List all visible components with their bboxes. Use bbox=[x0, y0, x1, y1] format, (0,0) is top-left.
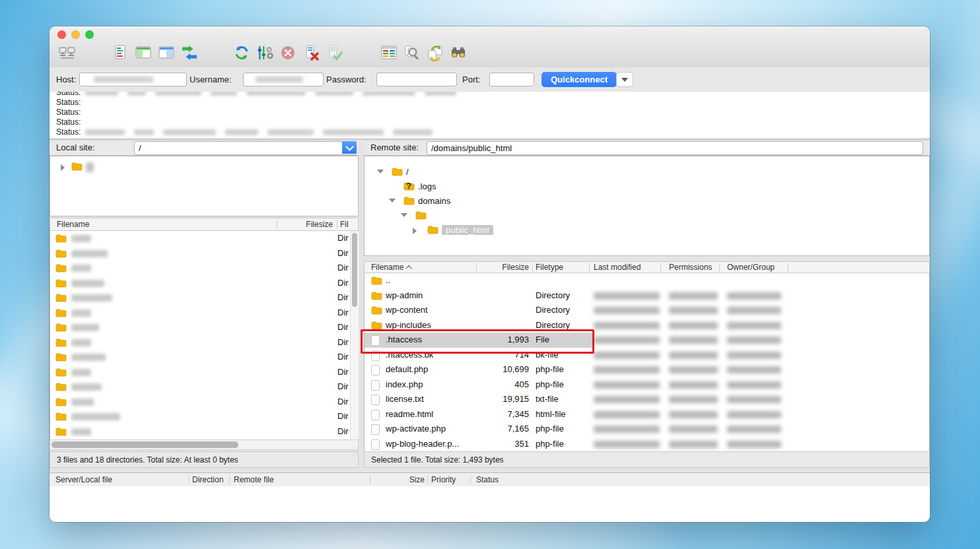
local-horizontal-scrollbar[interactable] bbox=[50, 439, 359, 450]
column-header-last-modified[interactable]: Last modified bbox=[594, 263, 641, 272]
file-row--[interactable]: .. bbox=[365, 273, 929, 288]
expander-icon[interactable] bbox=[401, 213, 407, 217]
filetype-cell: Directory bbox=[536, 320, 570, 330]
column-divider[interactable] bbox=[427, 475, 428, 484]
file-row-wp-admin[interactable]: wp-adminDirectory bbox=[365, 288, 929, 304]
column-header-filetype[interactable]: Filetype bbox=[536, 263, 563, 272]
column-header-permissions[interactable]: Permissions bbox=[669, 263, 712, 272]
toolbar-find-files-button[interactable] bbox=[449, 44, 467, 61]
file-row[interactable]: Dir bbox=[50, 365, 358, 380]
filetype-cell: Dir bbox=[337, 292, 349, 302]
column-divider[interactable] bbox=[660, 263, 661, 272]
expander-icon[interactable] bbox=[61, 164, 65, 171]
scrollbar-thumb[interactable] bbox=[52, 441, 238, 448]
file-row[interactable]: Dir bbox=[50, 424, 358, 439]
file-row[interactable]: Dir bbox=[50, 231, 358, 246]
column-divider[interactable] bbox=[470, 475, 471, 484]
scrollbar-thumb[interactable] bbox=[352, 233, 357, 307]
column-divider[interactable] bbox=[589, 263, 590, 272]
file-row-wp-activate-php[interactable]: wp-activate.php7,165php-file bbox=[365, 422, 929, 437]
file-row-index-php[interactable]: index.php405php-file bbox=[365, 377, 929, 393]
column-divider[interactable] bbox=[337, 220, 337, 229]
quickconnect-dropdown-button[interactable] bbox=[616, 72, 633, 87]
file-row[interactable]: Dir bbox=[50, 306, 358, 321]
combo-dropdown-button[interactable] bbox=[342, 141, 357, 154]
minimize-window-button[interactable] bbox=[71, 30, 80, 39]
file-row[interactable]: Dir bbox=[50, 261, 358, 276]
file-row--htaccess-bk[interactable]: .htaccess.bk714bk-file bbox=[365, 348, 929, 363]
column-divider[interactable] bbox=[532, 263, 533, 272]
toolbar-toggle-transfer-queue-button[interactable] bbox=[180, 44, 198, 61]
column-divider[interactable] bbox=[277, 220, 277, 229]
column-header-filename[interactable]: Filename bbox=[371, 263, 412, 272]
toolbar-toggle-message-log-button[interactable] bbox=[111, 44, 129, 61]
column-header-status[interactable]: Status bbox=[476, 475, 499, 484]
expander-icon[interactable] bbox=[413, 228, 417, 234]
local-vertical-scrollbar[interactable] bbox=[350, 231, 359, 439]
quickconnect-button[interactable]: Quickconnect bbox=[542, 72, 617, 87]
toolbar-synchronized-browsing-button[interactable] bbox=[426, 44, 444, 61]
toolbar-group bbox=[232, 44, 343, 61]
column-divider[interactable] bbox=[719, 263, 720, 272]
column-header-filesize[interactable]: Filesize bbox=[281, 220, 333, 229]
file-row-license-txt[interactable]: license.txt19,915txt-file bbox=[365, 392, 929, 407]
column-header-direction[interactable]: Direction bbox=[192, 475, 223, 484]
column-divider[interactable] bbox=[370, 475, 370, 484]
column-header-owner-group[interactable]: Owner/Group bbox=[727, 263, 775, 272]
column-header-filetype[interactable]: Fil bbox=[340, 220, 349, 229]
zoom-window-button[interactable] bbox=[85, 30, 94, 39]
close-window-button[interactable] bbox=[57, 30, 66, 39]
file-row[interactable]: Dir bbox=[50, 246, 358, 261]
tree-item-.logs[interactable]: ?.logs bbox=[365, 180, 929, 193]
toolbar-cancel-operation-button[interactable] bbox=[279, 44, 297, 61]
file-row--htaccess[interactable]: .htaccess1,993File bbox=[365, 333, 929, 348]
file-row[interactable]: Dir bbox=[50, 335, 358, 350]
tree-item-/[interactable]: / bbox=[365, 166, 929, 179]
column-divider[interactable] bbox=[188, 475, 189, 484]
log-line: Status: bbox=[50, 108, 930, 117]
quickconnect-bar: Host: Username: Password: Port: Quickcon… bbox=[50, 67, 930, 92]
file-row[interactable]: Dir bbox=[50, 350, 358, 365]
column-divider[interactable] bbox=[476, 263, 477, 272]
tree-item-public_html[interactable]: public_html bbox=[365, 224, 929, 237]
file-row-readme-html[interactable]: readme.html7,345html-file bbox=[365, 407, 929, 422]
toolbar-file-search-button[interactable] bbox=[403, 44, 421, 61]
column-header-filename[interactable]: Filename bbox=[57, 220, 89, 229]
filename-cell: default.php bbox=[386, 364, 428, 374]
toolbar-reconnect-button[interactable] bbox=[325, 44, 343, 61]
column-header-filesize[interactable]: Filesize bbox=[480, 263, 529, 272]
password-input[interactable] bbox=[376, 73, 457, 86]
toolbar-disconnect-button[interactable] bbox=[302, 44, 320, 61]
port-input[interactable] bbox=[489, 73, 534, 86]
toolbar-site-manager-button[interactable] bbox=[58, 44, 76, 61]
file-row-wp-content[interactable]: wp-contentDirectory bbox=[365, 303, 929, 318]
toolbar-refresh-button[interactable] bbox=[232, 44, 250, 61]
expander-icon[interactable] bbox=[389, 199, 396, 203]
file-row[interactable]: Dir bbox=[50, 379, 358, 395]
toolbar-filter-settings-button[interactable] bbox=[256, 44, 273, 61]
file-row-default-php[interactable]: default.php10,699php-file bbox=[365, 362, 929, 377]
toolbar-toggle-local-tree-button[interactable] bbox=[134, 44, 152, 61]
file-row[interactable]: Dir bbox=[50, 395, 358, 410]
tree-item-domains[interactable]: domains bbox=[365, 195, 929, 208]
file-row[interactable]: Dir bbox=[50, 320, 358, 335]
toolbar-directory-comparison-button[interactable] bbox=[380, 44, 398, 61]
column-header-server-local-file[interactable]: Server/Local file bbox=[55, 475, 112, 484]
file-row[interactable]: Dir bbox=[50, 409, 358, 424]
column-header-remote-file[interactable]: Remote file bbox=[234, 475, 274, 484]
tree-item[interactable] bbox=[50, 160, 358, 174]
file-row-wp-blog-header-p-[interactable]: wp-blog-header.p...351php-file bbox=[365, 437, 929, 452]
file-row[interactable]: Dir bbox=[50, 290, 358, 306]
remote-site-combo[interactable]: /domains/public_html bbox=[427, 141, 923, 155]
file-row-wp-includes[interactable]: wp-includesDirectory bbox=[365, 318, 929, 333]
column-divider[interactable] bbox=[229, 475, 230, 484]
file-row[interactable]: Dir bbox=[50, 276, 358, 291]
local-site-combo[interactable]: / bbox=[134, 141, 357, 155]
column-divider[interactable] bbox=[788, 263, 788, 272]
column-header-size[interactable]: Size bbox=[380, 475, 425, 484]
tree-item-label: / bbox=[406, 167, 409, 177]
tree-item-redacted[interactable] bbox=[365, 209, 929, 222]
toolbar-toggle-remote-tree-button[interactable] bbox=[157, 44, 175, 61]
column-header-priority[interactable]: Priority bbox=[431, 475, 456, 484]
expander-icon[interactable] bbox=[377, 170, 384, 174]
